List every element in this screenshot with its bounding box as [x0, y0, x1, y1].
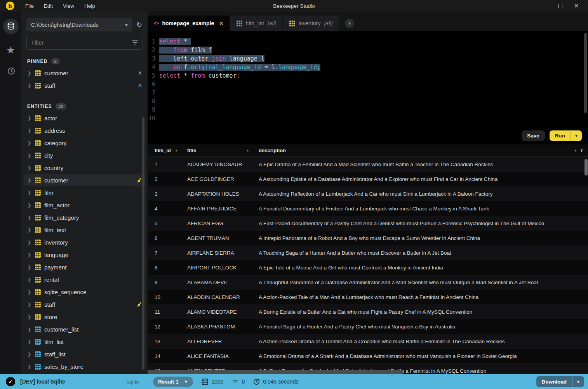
- entity-item[interactable]: ❯ country: [21, 162, 148, 174]
- chevron-right-icon[interactable]: ❯: [28, 116, 31, 121]
- close-icon[interactable]: ✕: [574, 3, 579, 9]
- minimize-icon[interactable]: ─: [543, 3, 546, 9]
- result-select-button[interactable]: Result 1 ▼: [153, 377, 193, 387]
- chevron-right-icon[interactable]: ❯: [28, 71, 31, 76]
- cell-title[interactable]: ALABAMA DEVIL: [180, 280, 252, 285]
- menu-edit[interactable]: Edit: [44, 3, 53, 9]
- cell-description[interactable]: A Astounding Epistle of a Database Admin…: [252, 176, 588, 182]
- cell-film-id[interactable]: 5: [148, 221, 180, 226]
- chevron-right-icon[interactable]: ❯: [28, 314, 31, 320]
- cell-film-id[interactable]: 1: [148, 162, 180, 167]
- table-vertical-scrollbar[interactable]: [585, 159, 588, 175]
- history-icon[interactable]: [6, 66, 16, 77]
- pin-icon[interactable]: [136, 177, 142, 183]
- cell-film-id[interactable]: 10: [148, 294, 180, 300]
- entity-item[interactable]: ❯ film: [21, 186, 148, 199]
- cell-title[interactable]: AGENT TRUMAN: [180, 235, 252, 241]
- connection-status[interactable]: ✔ [DEV] local Sqlite sqlite: [0, 377, 148, 386]
- chevron-right-icon[interactable]: ❯: [28, 277, 31, 282]
- table-row[interactable]: 9 ALABAMA DEVIL A Thoughtful Panorama of…: [148, 275, 588, 290]
- code-line[interactable]: 10: [148, 115, 588, 123]
- entity-item[interactable]: ❯ film_text: [21, 224, 148, 236]
- menu-view[interactable]: View: [63, 3, 74, 9]
- chevron-right-icon[interactable]: ❯: [28, 252, 31, 257]
- filter-box[interactable]: [26, 36, 143, 50]
- entity-item[interactable]: ❯ address: [21, 124, 148, 137]
- code-line[interactable]: 8: [148, 98, 588, 106]
- chevron-right-icon[interactable]: ❯: [28, 290, 31, 295]
- chevron-right-icon[interactable]: ❯: [28, 339, 31, 344]
- cell-film-id[interactable]: 6: [148, 235, 180, 241]
- column-header-next[interactable]: r: [579, 148, 588, 153]
- entity-item[interactable]: ❯ rental: [21, 273, 148, 286]
- sort-asc-icon[interactable]: ▲: [574, 149, 577, 152]
- table-row[interactable]: 7 AIRPLANE SIERRA A Touching Saga of a H…: [148, 245, 588, 260]
- chevron-right-icon[interactable]: ❯: [28, 227, 31, 233]
- table-row[interactable]: 8 AIRPORT POLLOCK A Epic Tale of a Moose…: [148, 260, 588, 275]
- cell-description[interactable]: A Epic Drama of a Feminist And a Mad Sci…: [252, 162, 588, 167]
- cell-description[interactable]: A Epic Tale of a Moose And a Girl who mu…: [252, 265, 588, 271]
- entity-item[interactable]: ❯ customer_list: [21, 323, 148, 335]
- favorites-star-icon[interactable]: ★: [6, 44, 15, 56]
- table-row[interactable]: 10 ALADDIN CALENDAR A Action-Packed Tale…: [148, 290, 588, 304]
- chevron-right-icon[interactable]: ❯: [28, 302, 31, 307]
- cell-title[interactable]: ACADEMY DINOSAUR: [180, 162, 252, 167]
- cell-film-id[interactable]: 13: [148, 339, 180, 344]
- cell-film-id[interactable]: 8: [148, 265, 180, 271]
- cell-description[interactable]: A Thoughtful Panorama of a Database Admi…: [252, 280, 588, 285]
- cell-description[interactable]: A Astounding Reflection of a Lumberjack …: [252, 191, 588, 197]
- entity-item[interactable]: ❯ film_actor: [21, 199, 148, 211]
- table-row[interactable]: 1 ACADEMY DINOSAUR A Epic Drama of a Fem…: [148, 157, 588, 172]
- cell-film-id[interactable]: 3: [148, 191, 180, 197]
- entity-item[interactable]: ❯ customer: [24, 174, 145, 186]
- sort-asc-icon[interactable]: ▲: [246, 149, 249, 152]
- chevron-right-icon[interactable]: ❯: [28, 327, 31, 332]
- cell-description[interactable]: A Intrepid Panorama of a Robot And a Boy…: [252, 235, 588, 241]
- table-row[interactable]: 4 AFFAIR PREJUDICE A Fanciful Documentar…: [148, 201, 588, 216]
- cell-description[interactable]: A Fanciful Saga of a Hunter And a Pastry…: [252, 324, 588, 330]
- chevron-right-icon[interactable]: ❯: [28, 364, 31, 369]
- cell-description[interactable]: A Emotional Drama of a A Shark And a Dat…: [252, 353, 588, 359]
- cell-title[interactable]: AFRICAN EGG: [180, 221, 252, 226]
- chevron-right-icon[interactable]: ❯: [28, 178, 31, 183]
- cell-description[interactable]: A Touching Saga of a Hunter And a Butler…: [252, 250, 588, 256]
- column-header-film-id[interactable]: film_id▲: [148, 148, 180, 153]
- cell-description[interactable]: A Fast-Paced Documentary of a Pastry Che…: [252, 221, 588, 226]
- entity-item[interactable]: ❯ language: [21, 248, 148, 261]
- cell-title[interactable]: ACE GOLDFINGER: [180, 176, 252, 182]
- column-header-description[interactable]: description▲: [252, 148, 579, 153]
- entity-item[interactable]: ❯ category: [21, 137, 148, 149]
- table-row[interactable]: 11 ALAMO VIDEOTAPE A Boring Epistle of a…: [148, 304, 588, 319]
- save-button[interactable]: Save: [522, 130, 545, 141]
- sidebar-scrollbar[interactable]: [142, 117, 144, 370]
- cell-title[interactable]: ALADDIN CALENDAR: [180, 294, 252, 300]
- sort-asc-icon[interactable]: ▲: [175, 149, 178, 152]
- cell-description[interactable]: A Action-Packed Drama of a Dentist And a…: [252, 339, 588, 344]
- code-line[interactable]: 2 from film f: [148, 47, 588, 55]
- table-row[interactable]: 12 ALASKA PHANTOM A Fanciful Saga of a H…: [148, 319, 588, 334]
- code-line[interactable]: 4 on f.original_language_id = l.language…: [148, 64, 588, 72]
- cell-film-id[interactable]: 14: [148, 353, 180, 359]
- chevron-right-icon[interactable]: ❯: [28, 83, 31, 88]
- chevron-right-icon[interactable]: ❯: [28, 240, 31, 245]
- chevron-right-icon[interactable]: ❯: [28, 141, 31, 146]
- sql-editor[interactable]: 1 select * 2 from film f 3 left outer jo…: [148, 31, 588, 144]
- tab-close-icon[interactable]: ✕: [219, 21, 223, 26]
- cell-title[interactable]: ALI FOREVER: [180, 339, 252, 344]
- cell-title[interactable]: AIRPORT POLLOCK: [180, 265, 252, 271]
- cell-description[interactable]: A Action-Packed Tale of a Man And a Lumb…: [252, 294, 588, 300]
- unpin-close-icon[interactable]: ✕: [137, 70, 142, 76]
- tab-homepage-example[interactable]: <> homepage_example ✕: [148, 16, 230, 31]
- cell-film-id[interactable]: 9: [148, 280, 180, 285]
- pinned-item[interactable]: ❯ customer ✕: [21, 67, 148, 79]
- pin-icon[interactable]: [136, 302, 142, 307]
- table-row[interactable]: 5 AFRICAN EGG A Fast-Paced Documentary o…: [148, 216, 588, 231]
- chevron-right-icon[interactable]: ❯: [28, 190, 31, 195]
- chevron-right-icon[interactable]: ❯: [28, 215, 31, 220]
- code-line[interactable]: 1 select *: [148, 38, 588, 47]
- cell-film-id[interactable]: 7: [148, 250, 180, 256]
- filter-input[interactable]: [31, 40, 132, 46]
- code-line[interactable]: 6: [148, 81, 588, 89]
- cell-description[interactable]: A Boring Epistle of a Butler And a Cat w…: [252, 309, 588, 315]
- entity-item[interactable]: ❯ staff_list: [21, 348, 148, 360]
